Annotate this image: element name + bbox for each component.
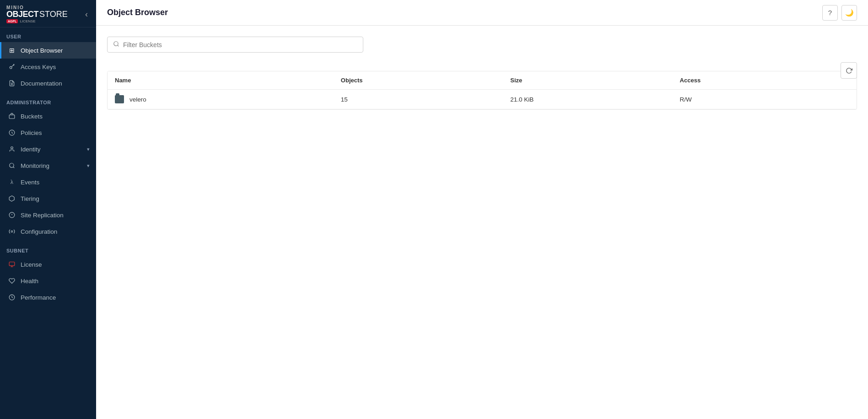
events-icon: λ bbox=[8, 178, 16, 186]
logo-text: MINIO OBJECT STORE AGPL LICENSE bbox=[6, 5, 68, 23]
svg-point-4 bbox=[10, 163, 14, 167]
sidebar-item-object-browser[interactable]: ⊞ Object Browser bbox=[0, 42, 96, 59]
sidebar-collapse-button[interactable]: ‹ bbox=[83, 8, 90, 21]
object-browser-label: Object Browser bbox=[21, 47, 63, 54]
search-bar bbox=[107, 37, 363, 53]
license-label: License bbox=[21, 261, 42, 268]
col-objects: Objects bbox=[341, 77, 510, 84]
sidebar-item-access-keys[interactable]: Access Keys bbox=[0, 59, 96, 75]
subnet-section: Subnet License Health Performance bbox=[0, 242, 96, 307]
sidebar-item-performance[interactable]: Performance bbox=[0, 289, 96, 306]
sidebar-item-policies[interactable]: Policies bbox=[0, 124, 96, 141]
site-replication-label: Site Replication bbox=[21, 212, 64, 219]
health-label: Health bbox=[21, 278, 38, 285]
identity-icon bbox=[8, 145, 16, 153]
policies-label: Policies bbox=[21, 129, 42, 136]
cell-access: R/W bbox=[680, 96, 849, 103]
svg-point-3 bbox=[11, 147, 13, 149]
buckets-table: Name Objects Size Access velero 15 21.0 … bbox=[107, 71, 857, 110]
sidebar-item-configuration[interactable]: Configuration bbox=[0, 223, 96, 240]
monitoring-chevron-icon: ▾ bbox=[87, 163, 90, 169]
buckets-label: Buckets bbox=[21, 113, 43, 120]
configuration-label: Configuration bbox=[21, 228, 57, 235]
policies-icon bbox=[8, 129, 16, 137]
logo-license-text: LICENSE bbox=[20, 20, 35, 23]
buckets-icon bbox=[8, 112, 16, 120]
sidebar-item-documentation[interactable]: Documentation bbox=[0, 75, 96, 91]
table-row[interactable]: velero 15 21.0 KiB R/W bbox=[108, 90, 857, 109]
filter-buckets-input[interactable] bbox=[123, 41, 357, 48]
sidebar-item-monitoring[interactable]: Monitoring ▾ bbox=[0, 157, 96, 174]
access-keys-label: Access Keys bbox=[21, 64, 56, 70]
bucket-icon bbox=[115, 95, 124, 103]
logo-object: OBJECT bbox=[6, 10, 38, 18]
performance-icon bbox=[8, 293, 16, 301]
bucket-name: velero bbox=[129, 96, 146, 103]
documentation-icon bbox=[8, 79, 16, 87]
object-browser-icon: ⊞ bbox=[8, 46, 16, 54]
page-title: Object Browser bbox=[107, 8, 168, 17]
site-replication-icon bbox=[8, 211, 16, 219]
identity-chevron-icon: ▾ bbox=[87, 146, 90, 152]
refresh-button[interactable] bbox=[841, 62, 857, 79]
configuration-icon bbox=[8, 227, 16, 236]
sidebar-item-license[interactable]: License bbox=[0, 256, 96, 273]
table-header: Name Objects Size Access bbox=[108, 71, 857, 90]
access-keys-icon bbox=[8, 63, 16, 71]
events-label: Events bbox=[21, 179, 39, 186]
svg-rect-7 bbox=[9, 262, 15, 266]
col-size: Size bbox=[510, 77, 679, 84]
svg-point-9 bbox=[114, 42, 118, 46]
admin-section-label: Administrator bbox=[0, 100, 96, 108]
cell-objects: 15 bbox=[341, 96, 510, 103]
sidebar-item-buckets[interactable]: Buckets bbox=[0, 108, 96, 124]
svg-rect-1 bbox=[9, 115, 15, 118]
tiering-icon bbox=[8, 194, 16, 203]
svg-point-6 bbox=[11, 231, 13, 232]
svg-point-0 bbox=[10, 66, 12, 69]
subnet-section-label: Subnet bbox=[0, 248, 96, 256]
user-section-label: User bbox=[0, 34, 96, 42]
logo-brand: OBJECT STORE bbox=[6, 10, 68, 18]
admin-section: Administrator Buckets Policies Identity … bbox=[0, 93, 96, 242]
cell-size: 21.0 KiB bbox=[510, 96, 679, 103]
user-section: User ⊞ Object Browser Access Keys Docume… bbox=[0, 27, 96, 93]
sidebar-logo: MINIO OBJECT STORE AGPL LICENSE ‹ bbox=[0, 0, 96, 27]
col-access: Access bbox=[680, 77, 849, 84]
identity-label: Identity bbox=[21, 146, 41, 153]
logo-store: STORE bbox=[39, 10, 68, 18]
monitoring-icon bbox=[8, 161, 16, 170]
logo-badge: AGPL bbox=[6, 19, 18, 23]
performance-label: Performance bbox=[21, 294, 56, 301]
header: Object Browser ? 🌙 bbox=[96, 0, 868, 26]
monitoring-label: Monitoring bbox=[21, 162, 49, 169]
sidebar-item-events[interactable]: λ Events bbox=[0, 174, 96, 190]
col-name: Name bbox=[115, 77, 341, 84]
logo-license: AGPL LICENSE bbox=[6, 19, 68, 23]
theme-toggle-button[interactable]: 🌙 bbox=[841, 5, 857, 21]
cell-name: velero bbox=[115, 95, 341, 103]
header-actions: ? 🌙 bbox=[822, 5, 857, 21]
sidebar-item-tiering[interactable]: Tiering bbox=[0, 190, 96, 207]
sidebar-item-health[interactable]: Health bbox=[0, 273, 96, 289]
main-area: Object Browser ? 🌙 Name Objects Size Acc bbox=[96, 0, 868, 419]
license-icon bbox=[8, 260, 16, 269]
content-area: Name Objects Size Access velero 15 21.0 … bbox=[96, 26, 868, 419]
sidebar-item-identity[interactable]: Identity ▾ bbox=[0, 141, 96, 157]
search-icon bbox=[113, 41, 119, 48]
sidebar-item-site-replication[interactable]: Site Replication bbox=[0, 207, 96, 223]
help-button[interactable]: ? bbox=[822, 5, 838, 21]
tiering-label: Tiering bbox=[21, 195, 39, 202]
documentation-label: Documentation bbox=[21, 80, 62, 87]
health-icon bbox=[8, 277, 16, 285]
sidebar: MINIO OBJECT STORE AGPL LICENSE ‹ User ⊞… bbox=[0, 0, 96, 419]
